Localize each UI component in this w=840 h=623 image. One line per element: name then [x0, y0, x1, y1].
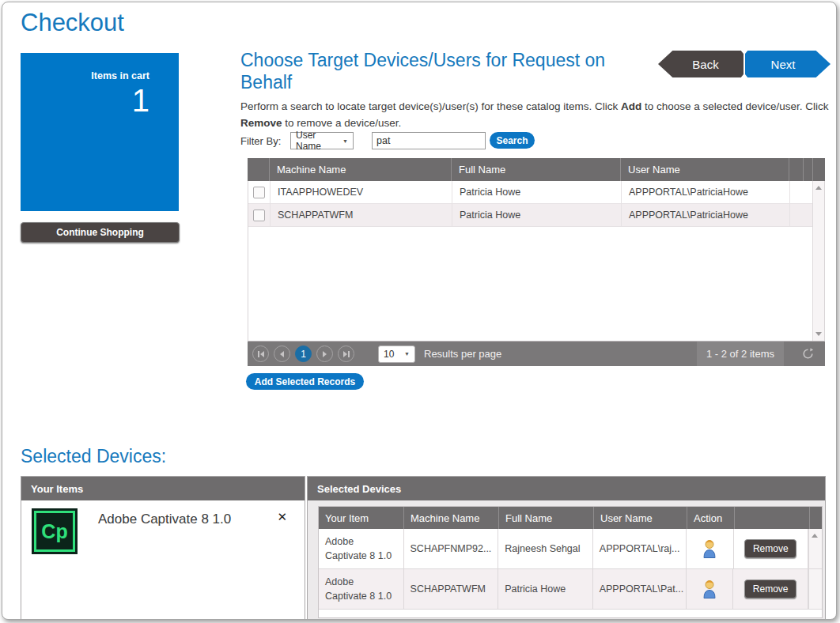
remove-button[interactable]: Remove: [744, 539, 796, 558]
previous-page-button[interactable]: [274, 345, 290, 362]
close-icon[interactable]: ✕: [277, 510, 287, 524]
person-icon[interactable]: [702, 579, 717, 599]
selected-devices-heading: Selected Devices:: [21, 446, 166, 467]
triangle-left-icon: [260, 351, 264, 357]
table-row: [319, 610, 822, 617]
scroll-up-icon[interactable]: [815, 186, 822, 190]
filter-by-label: Filter By:: [240, 135, 281, 147]
column-header-user-name[interactable]: User Name: [621, 158, 789, 181]
cell-machine-name: ITAAPPHOWEDEV: [271, 181, 452, 203]
row-checkbox[interactable]: [253, 187, 265, 198]
last-page-button[interactable]: [338, 345, 354, 362]
page-title: Checkout: [21, 9, 124, 37]
column-header-action[interactable]: Action: [687, 507, 735, 529]
column-header-user-name[interactable]: User Name: [594, 507, 687, 529]
selected-devices-grid: Your Item Machine Name Full Name User Na…: [318, 506, 823, 618]
column-header-empty-2: [804, 158, 813, 181]
table-row: SCHAPPATWFM Patricia Howe APPPORTAL\Patr…: [248, 204, 824, 227]
results-grid-header: Machine Name Full Name User Name: [248, 158, 825, 181]
results-grid-body: ITAAPPHOWEDEV Patricia Howe APPPORTAL\Pa…: [248, 181, 825, 342]
adobe-captivate-icon-text: Cp: [32, 508, 78, 554]
first-page-icon: [258, 351, 259, 357]
next-button[interactable]: Next: [745, 51, 831, 77]
scroll-up-icon[interactable]: [812, 534, 818, 538]
results-pager: 1 10 ▼ Results per page 1 - 2 of 2 items: [248, 342, 825, 366]
column-header-empty-1: [789, 158, 804, 181]
items-in-cart-label: Items in cart: [21, 70, 149, 81]
search-button[interactable]: Search: [490, 132, 535, 149]
column-header-machine-name[interactable]: Machine Name: [404, 507, 499, 529]
person-icon[interactable]: [702, 538, 717, 559]
continue-shopping-button[interactable]: Continue Shopping: [21, 222, 180, 243]
refresh-icon[interactable]: [802, 348, 814, 360]
column-header-scrollbar-cap: [810, 507, 822, 529]
cell-action: [687, 569, 734, 609]
cell-full-name: Patricia Howe: [452, 181, 622, 203]
column-header-your-item[interactable]: Your Item: [319, 507, 404, 529]
table-row: ITAAPPHOWEDEV Patricia Howe APPPORTAL\Pa…: [248, 181, 824, 204]
column-header-machine-name[interactable]: Machine Name: [270, 158, 452, 181]
cell-user-name: APPPORTAL\Pat...: [593, 569, 687, 609]
scroll-down-icon[interactable]: [815, 332, 822, 336]
select-all-column-header: [248, 158, 270, 181]
results-per-page-label: Results per page: [424, 348, 501, 360]
cell-machine-name: SCHAPPATWFM: [404, 569, 499, 609]
column-header-remove: [735, 507, 810, 529]
cell-user-name: APPPORTAL\PatriciaHowe: [622, 181, 790, 203]
cell-machine-name: SCHAPFNMP92...: [404, 529, 499, 568]
items-range-label: 1 - 2 of 2 items: [697, 342, 784, 366]
screenshot-frame: Checkout Items in cart 1 Continue Shoppi…: [0, 0, 840, 623]
table-row: Adobe Captivate 8 1.0 SCHAPFNMP92... Raj…: [319, 529, 822, 569]
triangle-left-icon: [280, 351, 284, 357]
cell-remove: Remove: [734, 529, 809, 568]
your-items-panel: Your Items Cp Adobe Captivate 8 1.0 ✕: [21, 476, 305, 620]
first-page-button[interactable]: [252, 345, 269, 362]
last-page-icon: [348, 351, 350, 357]
selected-devices-panel-header: Selected Devices: [308, 477, 825, 500]
column-header-full-name[interactable]: Full Name: [452, 158, 621, 181]
instructions-part3: to remove a device/user.: [282, 117, 402, 129]
table-row: Adobe Captivate 8 1.0 SCHAPPATWFM Patric…: [319, 569, 822, 610]
instructions-part2: to choose a selected device/user. Click: [641, 100, 828, 112]
filter-by-selected-value: User Name: [296, 130, 342, 152]
items-in-cart-count: 1: [21, 83, 149, 118]
filter-by-select[interactable]: User Name ▼: [290, 132, 354, 149]
row-checkbox-cell: [248, 181, 271, 203]
row-checkbox-cell: [248, 204, 271, 226]
triangle-right-icon: [323, 351, 327, 357]
selected-grid-scrollbar[interactable]: [808, 569, 822, 609]
page-size-select[interactable]: 10 ▼: [378, 345, 415, 363]
remove-button[interactable]: Remove: [744, 580, 796, 598]
cell-full-name: Patricia Howe: [498, 569, 593, 609]
cell-machine-name: SCHAPPATWFM: [271, 204, 452, 226]
cart-item-title: Adobe Captivate 8 1.0: [98, 512, 231, 527]
back-button[interactable]: Back: [658, 51, 744, 77]
selected-devices-grid-header: Your Item Machine Name Full Name User Na…: [319, 507, 822, 529]
search-input[interactable]: [372, 132, 486, 149]
cell-your-item: Adobe Captivate 8 1.0: [319, 569, 404, 609]
current-page-button[interactable]: 1: [295, 345, 312, 362]
checkout-page: Checkout Items in cart 1 Continue Shoppi…: [2, 2, 837, 620]
cell-full-name: Rajneesh Sehgal: [498, 529, 592, 568]
chevron-down-icon: ▼: [342, 138, 348, 144]
cell-action: [687, 529, 734, 568]
chevron-down-icon: ▼: [404, 351, 410, 357]
cell-remove: Remove: [733, 569, 808, 609]
next-page-button[interactable]: [316, 345, 333, 362]
instructions-remove-keyword: Remove: [240, 117, 282, 129]
triangle-right-icon: [343, 351, 347, 357]
add-selected-records-button[interactable]: Add Selected Records: [246, 373, 364, 390]
row-checkbox[interactable]: [253, 210, 265, 221]
selected-devices-panel: Selected Devices Your Item Machine Name …: [307, 476, 826, 620]
cell-your-item: Adobe Captivate 8 1.0: [319, 529, 404, 568]
instructions-part1: Perform a search to locate target device…: [240, 100, 621, 112]
your-items-panel-header: Your Items: [21, 477, 305, 500]
cart-summary-card: Items in cart 1: [21, 53, 179, 211]
wizard-heading: Choose Target Devices/Users for Request …: [240, 50, 640, 93]
results-grid-scrollbar[interactable]: [812, 181, 824, 341]
column-header-full-name[interactable]: Full Name: [499, 507, 594, 529]
adobe-captivate-icon: Cp: [32, 508, 78, 554]
cell-user-name: APPPORTAL\raj...: [593, 529, 687, 568]
cell-full-name: Patricia Howe: [452, 204, 622, 226]
selected-grid-scrollbar[interactable]: [808, 529, 822, 568]
